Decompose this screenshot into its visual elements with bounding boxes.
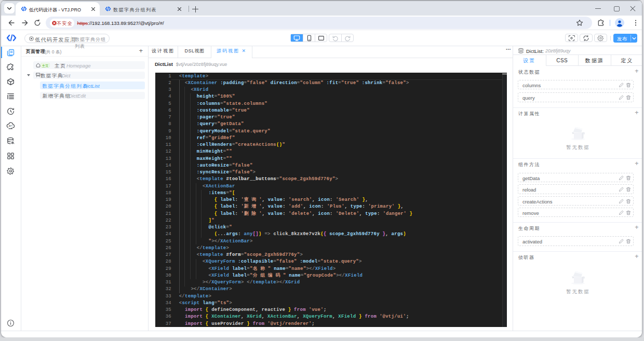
svg-text:API: API: [9, 125, 12, 127]
